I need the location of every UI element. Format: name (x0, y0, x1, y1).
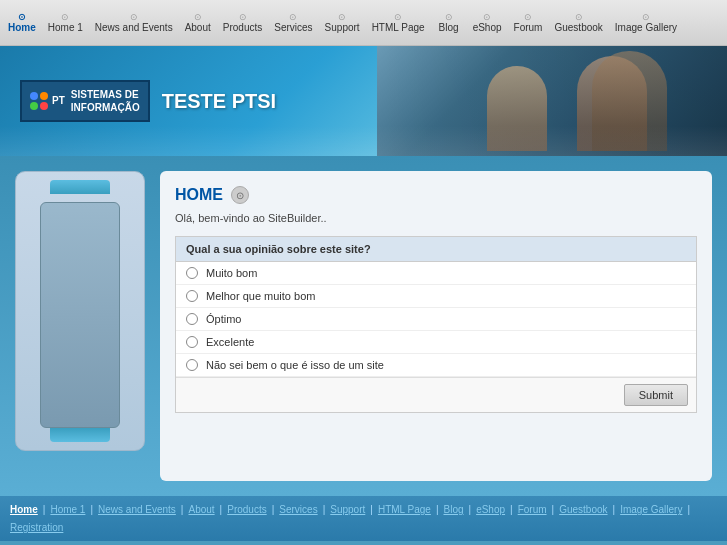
logo-dot-red (40, 102, 48, 110)
bottom-nav-item-image-gallery[interactable]: Image Gallery (620, 504, 682, 515)
poll-radio-1[interactable] (186, 267, 198, 279)
bottom-nav-separator-11: | (552, 504, 555, 515)
bottom-nav-item-services[interactable]: Services (279, 504, 317, 515)
poll-option-5[interactable]: Não sei bem o que é isso de um site (176, 354, 696, 377)
bottom-nav-item-registration[interactable]: Registration (10, 522, 63, 533)
bottom-nav-separator-1: | (43, 504, 46, 515)
poll-submit-row: Submit (176, 377, 696, 412)
top-navigation: HomeHome 1News and EventsAboutProductsSe… (0, 0, 727, 46)
top-nav-item-home1[interactable]: Home 1 (42, 0, 89, 45)
poll-label-3: Óptimo (206, 313, 241, 325)
poll-option-4[interactable]: Excelente (176, 331, 696, 354)
bottom-navigation: Home|Home 1|News and Events|About|Produc… (0, 496, 727, 541)
bottom-nav-separator-7: | (370, 504, 373, 515)
sidebar-widget (15, 171, 145, 451)
bottom-nav-separator-3: | (181, 504, 184, 515)
bottom-nav-item-products[interactable]: Products (227, 504, 266, 515)
poll-option-3[interactable]: Óptimo (176, 308, 696, 331)
logo-dot-green (30, 102, 38, 110)
section-heading: HOME (175, 186, 223, 204)
section-title-area: HOME ⊙ (175, 186, 697, 204)
bottom-nav-separator-5: | (272, 504, 275, 515)
edit-icon[interactable]: ⊙ (231, 186, 249, 204)
header-wave (0, 126, 727, 156)
top-nav-item-forum[interactable]: Forum (508, 0, 549, 45)
top-nav-item-about[interactable]: About (179, 0, 217, 45)
bottom-nav-separator-9: | (469, 504, 472, 515)
sidebar-tab-bottom (50, 428, 110, 442)
bottom-nav-item-blog[interactable]: Blog (444, 504, 464, 515)
sidebar-inner (40, 202, 120, 428)
poll-radio-4[interactable] (186, 336, 198, 348)
sidebar-tab-top (50, 180, 110, 194)
bottom-nav-item-home[interactable]: Home (10, 504, 38, 515)
bottom-nav-separator-4: | (220, 504, 223, 515)
logo-dot-blue (30, 92, 38, 100)
logo-box: PT SISTEMAS DE INFORMAÇÃO (20, 80, 150, 122)
bottom-nav-separator-2: | (90, 504, 93, 515)
top-nav-item-news[interactable]: News and Events (89, 0, 179, 45)
poll-label-2: Melhor que muito bom (206, 290, 315, 302)
poll-option-1[interactable]: Muito bom (176, 262, 696, 285)
logo-pt-text: PT (52, 95, 65, 107)
top-nav-item-blog[interactable]: Blog (431, 0, 467, 45)
top-nav-item-imagegallery[interactable]: Image Gallery (609, 0, 683, 45)
poll-label-5: Não sei bem o que é isso de um site (206, 359, 384, 371)
bottom-nav-item-guestbook[interactable]: Guestbook (559, 504, 607, 515)
bottom-nav-item-html-page[interactable]: HTML Page (378, 504, 431, 515)
poll-radio-2[interactable] (186, 290, 198, 302)
bottom-nav-item-eshop[interactable]: eShop (476, 504, 505, 515)
top-nav-item-services[interactable]: Services (268, 0, 318, 45)
main-area: HOME ⊙ Olá, bem-vindo ao SiteBuilder.. Q… (0, 156, 727, 496)
poll-radio-5[interactable] (186, 359, 198, 371)
poll-question: Qual a sua opinião sobre este site? (176, 237, 696, 262)
bottom-nav-item-support[interactable]: Support (330, 504, 365, 515)
bottom-nav-item-about[interactable]: About (188, 504, 214, 515)
bottom-nav-separator-10: | (510, 504, 513, 515)
bottom-nav-separator-8: | (436, 504, 439, 515)
top-nav-item-home[interactable]: Home (2, 0, 42, 45)
bottom-nav-separator-13: | (687, 504, 690, 515)
site-title: TESTE PTSI (162, 90, 276, 113)
top-nav-item-guestbook[interactable]: Guestbook (548, 0, 608, 45)
top-nav-item-eshop[interactable]: eShop (467, 0, 508, 45)
bottom-nav-item-news-and-events[interactable]: News and Events (98, 504, 176, 515)
poll-container: Qual a sua opinião sobre este site? Muit… (175, 236, 697, 413)
submit-button[interactable]: Submit (624, 384, 688, 406)
logo-area: PT SISTEMAS DE INFORMAÇÃO TESTE PTSI (0, 80, 276, 122)
bottom-nav-separator-6: | (323, 504, 326, 515)
left-sidebar (15, 171, 145, 481)
logo-dot-orange (40, 92, 48, 100)
top-nav-item-support[interactable]: Support (319, 0, 366, 45)
poll-label-4: Excelente (206, 336, 254, 348)
logo-brand-text: SISTEMAS DE INFORMAÇÃO (71, 88, 140, 114)
bottom-nav-item-home-1[interactable]: Home 1 (50, 504, 85, 515)
bottom-nav-separator-12: | (613, 504, 616, 515)
right-content: HOME ⊙ Olá, bem-vindo ao SiteBuilder.. Q… (160, 171, 712, 481)
poll-label-1: Muito bom (206, 267, 257, 279)
header-banner: PT SISTEMAS DE INFORMAÇÃO TESTE PTSI (0, 46, 727, 156)
bottom-nav-item-forum[interactable]: Forum (518, 504, 547, 515)
poll-option-2[interactable]: Melhor que muito bom (176, 285, 696, 308)
logo-dots (30, 92, 48, 110)
poll-radio-3[interactable] (186, 313, 198, 325)
top-nav-item-products[interactable]: Products (217, 0, 268, 45)
welcome-text: Olá, bem-vindo ao SiteBuilder.. (175, 212, 697, 224)
top-nav-item-htmlpage[interactable]: HTML Page (366, 0, 431, 45)
